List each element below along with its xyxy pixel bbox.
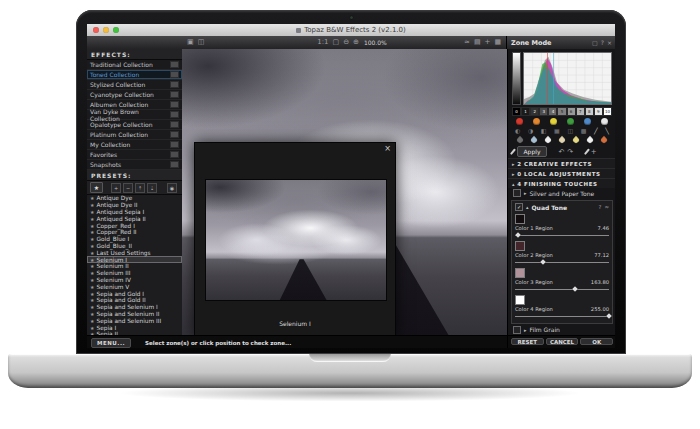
delete-preset-icon[interactable]: − — [123, 183, 133, 193]
close-panel-icon[interactable]: × — [607, 39, 612, 46]
preset-item[interactable]: ★Copper_Red I — [87, 222, 182, 229]
color-swatch[interactable] — [515, 295, 525, 305]
zone-square[interactable]: 2 — [530, 107, 539, 116]
cancel-button[interactable]: CANCEL — [546, 338, 579, 345]
export-preset-icon[interactable]: ⇡ — [135, 183, 145, 193]
preset-item[interactable]: ★Sepia and Selenium II — [87, 311, 182, 318]
silver-paper-tone-row[interactable]: ▸ Silver and Paper Tone — [508, 188, 615, 199]
brush-icon[interactable] — [510, 149, 516, 155]
zone-square[interactable]: 7 — [576, 107, 585, 116]
quad-tone-header[interactable]: ✓ ▴ Quad Tone ? ≈ — [515, 203, 609, 212]
effects-item[interactable]: Snapshots — [87, 160, 182, 170]
actual-size-button[interactable]: 1:1 — [317, 36, 328, 49]
preset-star-icon[interactable]: ★ — [90, 304, 94, 310]
quad-curve-icon[interactable]: ≈ — [604, 204, 609, 210]
slider-thumb[interactable] — [572, 286, 578, 292]
preset-item[interactable]: ★Selenium V — [87, 283, 182, 290]
apply-button[interactable]: Apply — [517, 146, 548, 157]
preset-item[interactable]: ★Sepia and Gold I — [87, 290, 182, 297]
preset-item[interactable]: ★Sepia and Selenium I — [87, 304, 182, 311]
contrast-tool-icon[interactable]: ◑ — [528, 127, 533, 134]
tone-droplet-icon[interactable] — [558, 136, 566, 144]
invert-tool-icon[interactable]: ◐ — [515, 127, 520, 134]
grid-icon[interactable]: ▦ — [494, 36, 501, 49]
image-canvas[interactable]: × Selenium I — [182, 49, 507, 335]
region-slider[interactable] — [515, 232, 609, 239]
preset-star-icon[interactable]: ★ — [90, 325, 94, 331]
preset-star-icon[interactable]: ★ — [90, 216, 94, 222]
zone-square[interactable]: 0 — [512, 107, 521, 116]
tone-droplet-icon[interactable] — [572, 136, 580, 144]
slider-thumb[interactable] — [515, 232, 521, 238]
preset-star-icon[interactable]: ★ — [90, 284, 94, 290]
pencil-icon[interactable]: ╱ — [594, 127, 598, 134]
add-brush-icon[interactable]: + — [591, 148, 597, 156]
preset-star-icon[interactable]: ★ — [90, 209, 94, 215]
preset-item[interactable]: ★Antiqued Sepia I — [87, 209, 182, 216]
preset-star-icon[interactable]: ★ — [90, 318, 94, 324]
ok-button[interactable]: OK — [580, 338, 613, 345]
preset-item[interactable]: ★Antique Dye — [87, 195, 182, 202]
preset-star-icon[interactable]: ★ — [90, 270, 94, 276]
zone-color-dot[interactable] — [533, 118, 540, 125]
preset-star-icon[interactable]: ★ — [90, 311, 94, 317]
collapse-icon[interactable]: ▴ — [512, 181, 515, 187]
undo-icon[interactable]: ↶ — [558, 148, 564, 156]
expand-icon[interactable]: ▸ — [524, 190, 527, 196]
camera-icon[interactable]: ◉ — [167, 183, 177, 193]
effects-item[interactable]: Traditional Collection — [87, 60, 182, 70]
preset-item[interactable]: ★Selenium I — [87, 256, 182, 263]
expand-icon[interactable]: ▸ — [512, 171, 515, 177]
preset-item[interactable]: ★Copper_Red II — [87, 229, 182, 236]
expand-icon[interactable]: ▸ — [524, 327, 527, 333]
effects-item[interactable]: Favorites — [87, 150, 182, 160]
preset-item[interactable]: ★Sepia and Selenium III — [87, 317, 182, 324]
popout-icon[interactable]: ▢ — [592, 39, 598, 46]
collapse-icon[interactable]: ▴ — [526, 204, 529, 210]
effects-item[interactable]: My Collection — [87, 140, 182, 150]
preset-item[interactable]: ★Sepia I — [87, 324, 182, 331]
tone-droplet-icon[interactable] — [530, 136, 538, 144]
select-tool-icon[interactable]: ◫ — [567, 127, 573, 134]
menu-button[interactable]: MENU... — [91, 338, 131, 348]
redo-icon[interactable]: ↷ — [567, 148, 573, 156]
effects-item[interactable]: Cyanotype Collection — [87, 90, 182, 100]
preset-star-icon[interactable]: ★ — [90, 297, 94, 303]
single-view-icon[interactable]: ▣ — [187, 36, 194, 49]
import-preset-icon[interactable]: ⇣ — [147, 183, 157, 193]
region-slider[interactable] — [515, 313, 609, 320]
preset-item[interactable]: ★Selenium III — [87, 270, 182, 277]
film-grain-checkbox[interactable] — [513, 326, 521, 334]
tone-droplet-icon[interactable] — [516, 136, 524, 144]
preset-star-icon[interactable]: ★ — [90, 195, 94, 201]
wrench-icon[interactable] — [584, 149, 590, 155]
effects-item[interactable]: Opalotype Collection — [87, 120, 182, 130]
add-icon[interactable]: + — [485, 36, 491, 49]
preset-star-icon[interactable]: ★ — [90, 257, 94, 263]
preset-item[interactable]: ★Selenium II — [87, 263, 182, 270]
effects-item[interactable]: Van Dyke Brown Collection — [87, 110, 182, 120]
preset-item[interactable]: ★Antiqued Sepia II — [87, 215, 182, 222]
color-swatch[interactable] — [515, 268, 525, 278]
film-grain-row[interactable]: ▸ Film Grain — [508, 325, 615, 336]
preset-star-icon[interactable]: ★ — [90, 263, 94, 269]
zone-square[interactable]: 3 — [539, 107, 548, 116]
zone-square[interactable]: 4 — [548, 107, 557, 116]
slider-thumb[interactable] — [540, 259, 546, 265]
preset-star-icon[interactable]: ★ — [90, 250, 94, 256]
help-icon[interactable]: ? — [601, 39, 604, 46]
color-swatch[interactable] — [515, 214, 525, 224]
fit-screen-icon[interactable]: ▢ — [333, 36, 340, 49]
eyedropper-icon[interactable]: ╲ — [605, 127, 609, 134]
preset-star-icon[interactable]: ★ — [90, 291, 94, 297]
adjustment-section-header[interactable]: ▴4 FINISHING TOUCHES — [508, 178, 615, 188]
color-swatch[interactable] — [515, 241, 525, 251]
preset-star-icon[interactable]: ★ — [90, 229, 94, 235]
zone-square[interactable]: 6 — [567, 107, 576, 116]
close-icon[interactable]: × — [384, 145, 391, 153]
zone-color-dot[interactable] — [567, 118, 574, 125]
region-slider[interactable] — [515, 286, 609, 293]
preset-star-icon[interactable]: ★ — [90, 243, 94, 249]
preset-item[interactable]: ★Selenium IV — [87, 277, 182, 284]
reset-button[interactable]: RESET — [511, 338, 544, 345]
